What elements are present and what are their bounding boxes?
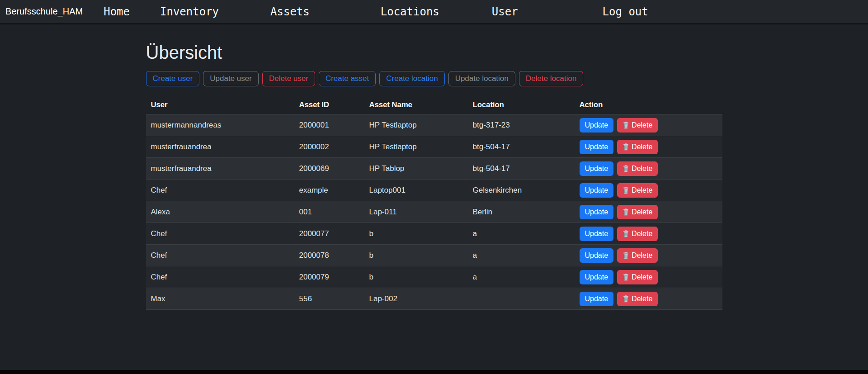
page-title: Übersicht <box>146 43 722 63</box>
row-delete-label: Delete <box>632 186 652 194</box>
cell-action: Update Delete <box>575 245 722 266</box>
cell-user: Chef <box>146 180 294 201</box>
nav-item-locations[interactable]: Locations <box>381 5 439 18</box>
create-user-button[interactable]: Create user <box>146 71 200 86</box>
cell-location: Gelsenkirchen <box>468 180 575 201</box>
trash-icon <box>623 165 629 172</box>
cell-location: a <box>468 266 575 288</box>
delete-location-button[interactable]: Delete location <box>519 71 583 86</box>
row-delete-button[interactable]: Delete <box>617 227 658 241</box>
trash-icon <box>623 295 629 303</box>
cell-asset-id: 2000002 <box>294 136 364 158</box>
row-delete-button[interactable]: Delete <box>617 270 658 284</box>
row-update-button[interactable]: Update <box>580 205 614 219</box>
table-header-row: User Asset ID Asset Name Location Action <box>146 96 722 114</box>
cell-asset-name: HP Tablop <box>364 158 468 180</box>
trash-icon <box>623 187 629 194</box>
table-row: Chef 2000078 b a Update De <box>146 245 722 266</box>
cell-action: Update Delete <box>575 136 722 158</box>
cell-asset-name: Laptop001 <box>364 180 468 201</box>
row-delete-label: Delete <box>632 230 652 238</box>
create-location-button[interactable]: Create location <box>379 71 444 86</box>
row-update-button[interactable]: Update <box>580 118 614 133</box>
main-content: Übersicht Create user Update user Delete… <box>146 43 722 310</box>
row-delete-button[interactable]: Delete <box>617 118 658 133</box>
trash-icon <box>623 252 629 259</box>
cell-user: Chef <box>146 266 294 288</box>
window-bottom-edge <box>0 370 868 374</box>
row-delete-button[interactable]: Delete <box>617 292 658 306</box>
cell-action: Update Delete <box>575 201 722 223</box>
table-row: musterfrauandrea 2000069 HP Tablop btg-5… <box>146 158 722 180</box>
nav-item-home[interactable]: Home <box>104 5 130 18</box>
row-delete-button[interactable]: Delete <box>617 205 658 219</box>
row-update-button[interactable]: Update <box>580 227 614 241</box>
cell-user: Alexa <box>146 201 294 223</box>
cell-asset-name: HP Testlaptop <box>364 114 468 136</box>
row-update-button[interactable]: Update <box>580 161 614 176</box>
row-delete-label: Delete <box>632 273 652 281</box>
cell-asset-id: 001 <box>294 201 364 223</box>
row-delete-button[interactable]: Delete <box>617 140 658 154</box>
cell-asset-id: 556 <box>294 288 364 310</box>
cell-action: Update Delete <box>575 223 722 245</box>
row-update-button[interactable]: Update <box>580 140 614 154</box>
cell-asset-name: Lap-002 <box>364 288 468 310</box>
cell-asset-id: 2000077 <box>294 223 364 245</box>
row-delete-button[interactable]: Delete <box>617 161 658 176</box>
table-row: Max 556 Lap-002 Update De <box>146 288 722 310</box>
cell-action: Update Delete <box>575 288 722 310</box>
cell-user: musterfrauandrea <box>146 136 294 158</box>
row-update-button[interactable]: Update <box>580 270 614 284</box>
row-delete-button[interactable]: Delete <box>617 183 658 198</box>
update-location-button[interactable]: Update location <box>448 71 515 86</box>
nav-item-assets[interactable]: Assets <box>270 5 310 18</box>
cell-user: Max <box>146 288 294 310</box>
nav-item-user[interactable]: User <box>492 5 518 18</box>
table-row: Chef example Laptop001 Gelsenkirchen Upd… <box>146 180 722 201</box>
cell-asset-name: Lap-011 <box>364 201 468 223</box>
cell-asset-id: 2000069 <box>294 158 364 180</box>
nav-item-inventory[interactable]: Inventory <box>160 5 219 18</box>
cell-asset-name: b <box>364 223 468 245</box>
row-delete-button[interactable]: Delete <box>617 248 658 263</box>
create-asset-button[interactable]: Create asset <box>319 71 376 86</box>
cell-location: Berlin <box>468 201 575 223</box>
trash-icon <box>623 274 629 281</box>
row-delete-label: Delete <box>632 143 652 151</box>
trash-icon <box>623 208 629 216</box>
cell-user: mustermannandreas <box>146 114 294 136</box>
navbar-brand[interactable]: Berufsschule_HAM <box>5 6 83 17</box>
row-update-button[interactable]: Update <box>580 292 614 306</box>
row-delete-label: Delete <box>632 295 652 303</box>
crud-toolbar: Create user Update user Delete user Crea… <box>146 71 722 86</box>
row-delete-label: Delete <box>632 121 652 129</box>
cell-asset-name: HP Testlaptop <box>364 136 468 158</box>
table-row: Chef 2000077 b a Update De <box>146 223 722 245</box>
trash-icon <box>623 143 629 151</box>
row-delete-label: Delete <box>632 165 652 173</box>
nav-item-logout[interactable]: Log out <box>603 5 648 18</box>
cell-action: Update Delete <box>575 266 722 288</box>
assets-overview-table: User Asset ID Asset Name Location Action… <box>146 96 722 310</box>
row-delete-label: Delete <box>632 251 652 260</box>
cell-asset-id: 2000079 <box>294 266 364 288</box>
row-update-button[interactable]: Update <box>580 248 614 263</box>
table-row: Alexa 001 Lap-011 Berlin Update <box>146 201 722 223</box>
cell-action: Update Delete <box>575 114 722 136</box>
cell-action: Update Delete <box>575 158 722 180</box>
cell-location: btg-504-17 <box>468 136 575 158</box>
cell-location: btg-317-23 <box>468 114 575 136</box>
column-header-action: Action <box>575 96 722 114</box>
table-row: mustermannandreas 2000001 HP Testlaptop … <box>146 114 722 136</box>
cell-location: btg-504-17 <box>468 158 575 180</box>
column-header-user: User <box>146 96 294 114</box>
cell-asset-id: 2000001 <box>294 114 364 136</box>
cell-asset-name: b <box>364 266 468 288</box>
cell-location: a <box>468 223 575 245</box>
row-update-button[interactable]: Update <box>580 183 614 198</box>
delete-user-button[interactable]: Delete user <box>262 71 315 86</box>
cell-location: a <box>468 245 575 266</box>
table-row: musterfrauandrea 2000002 HP Testlaptop b… <box>146 136 722 158</box>
update-user-button[interactable]: Update user <box>203 71 259 86</box>
